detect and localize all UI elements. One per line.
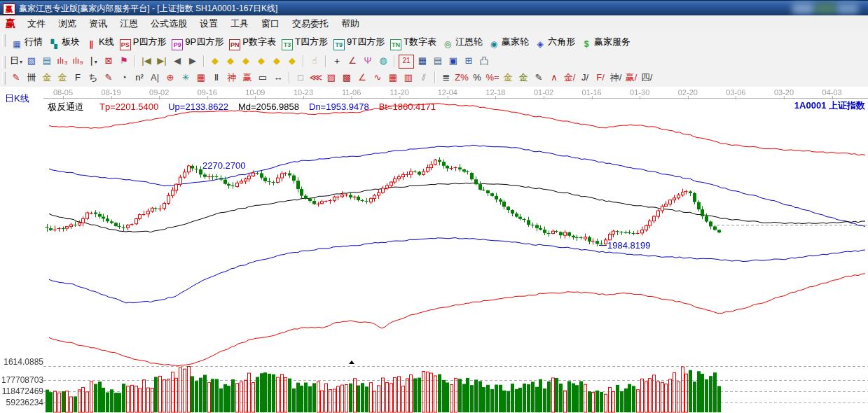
candle-style-dropdown-icon[interactable]: ∣▾ [86, 55, 100, 67]
diamond-scroll-left-icon[interactable]: ◆ [208, 55, 222, 67]
toolbar-button-9p-square[interactable]: P99P四方形 [172, 34, 223, 50]
toolbar-button-sectors[interactable]: ▚板块 [48, 34, 80, 50]
toolbar-button-quotes[interactable]: ▦行情 [11, 34, 43, 50]
toolbar-button-t-number[interactable]: TNT数字表 [390, 34, 436, 50]
toolbar-button-p-number[interactable]: PNP数字表 [229, 34, 276, 50]
calculator-icon[interactable]: ▦ [415, 55, 429, 67]
network-icon[interactable]: ⊞ [462, 55, 476, 67]
last-bar-icon[interactable]: ▶| [155, 55, 169, 67]
wave-a-icon[interactable]: ∧ [547, 71, 561, 84]
pencil-icon[interactable]: ✎ [9, 71, 23, 84]
diamond-zoom-out-icon[interactable]: ◆ [270, 55, 284, 67]
color-flag-icon[interactable]: ⚑ [117, 55, 131, 67]
j-slash-icon[interactable]: J/ [578, 71, 592, 84]
gold-slash-icon[interactable]: 金/ [563, 71, 577, 84]
gold-circle-icon[interactable]: 金 [501, 71, 515, 84]
toolbar-drag-handle[interactable] [2, 72, 6, 85]
menu-item-3[interactable]: 江恩 [113, 15, 144, 31]
width-arrows-icon[interactable]: ↔ [271, 71, 285, 84]
boxed-fan-icon[interactable]: ▨ [324, 71, 338, 84]
candle-pencil-icon[interactable]: ✎ [532, 71, 546, 84]
diamond-zoom-in-icon[interactable]: ◆ [285, 55, 299, 67]
calendar-21-icon[interactable]: 21 [399, 55, 414, 69]
percent-line-icon[interactable]: %= [485, 71, 500, 84]
red-grid-2-icon[interactable]: ▥ [401, 71, 415, 84]
notes-icon[interactable]: ▤ [431, 55, 445, 67]
menu-item-8[interactable]: 交易委托 [286, 15, 335, 31]
percent-icon[interactable]: % [470, 71, 484, 84]
trend-angles-icon[interactable]: ∠ [355, 71, 369, 84]
kline-icon: ∥ [85, 39, 97, 50]
gold-bands-icon[interactable]: 金 [516, 71, 530, 84]
menu-item-0[interactable]: 文件 [21, 15, 52, 31]
toolbar-button-9t-square[interactable]: T99T四方形 [333, 34, 385, 50]
next-bar-icon[interactable]: ▶ [186, 55, 200, 67]
diamond-split-icon[interactable]: ◆ [239, 55, 253, 67]
menu-item-1[interactable]: 浏览 [52, 15, 83, 31]
compass-circle-icon[interactable]: ⊕ [163, 71, 177, 84]
prev-bar-icon[interactable]: ◀ [170, 55, 184, 67]
gold-gann-a-icon[interactable]: 金 [40, 71, 54, 84]
menu-item-6[interactable]: 工具 [224, 15, 255, 31]
toolbar-button-kline[interactable]: ∥K线 [85, 34, 114, 50]
slash-lines-icon[interactable]: ⫽ [417, 71, 431, 84]
mirror-a-icon[interactable]: A| [148, 71, 162, 84]
ruler-123-icon[interactable]: ▭ [256, 71, 270, 84]
bars-9-icon[interactable]: ılı₉ [71, 55, 85, 67]
zigzag-check-icon[interactable]: ∿ [371, 71, 385, 84]
shen-tool-icon[interactable]: 神 [225, 71, 239, 84]
menu-item-2[interactable]: 资讯 [83, 15, 113, 31]
hand-drag-icon[interactable]: ☝ [308, 55, 322, 67]
diamond-merge-icon[interactable]: ◆ [254, 55, 268, 67]
menu-item-4[interactable]: 公式选股 [144, 15, 193, 31]
toolbar-button-winner-wheel[interactable]: ◉赢家轮 [488, 34, 529, 50]
ruler-n2-icon[interactable]: n² [132, 71, 146, 84]
box-select-icon[interactable]: □ [294, 71, 308, 84]
shen-slash-icon[interactable]: 神/ [609, 71, 623, 84]
menu-item-5[interactable]: 设置 [193, 15, 224, 31]
gold-gann-b-icon[interactable]: 金 [55, 71, 69, 84]
toolbar-button-gann-wheel[interactable]: ◎江恩轮 [442, 34, 483, 50]
crosshair-icon[interactable]: ＋ [330, 55, 344, 67]
tally-ruler-icon[interactable]: 卌 [25, 71, 39, 84]
f-slash-icon[interactable]: F/ [593, 71, 607, 84]
toolbar-button-hexagon[interactable]: ◈六角形 [535, 34, 575, 50]
gann-fan-star-icon[interactable]: ✳ [179, 71, 193, 84]
fib-f-icon[interactable]: F [71, 71, 85, 84]
toolbar-button-t-square[interactable]: T3T四方形 [282, 34, 328, 50]
printer-icon[interactable]: 凸 [477, 55, 491, 67]
first-bar-icon[interactable]: |◀ [139, 55, 153, 67]
kline-chart-canvas[interactable] [0, 87, 868, 413]
bars-3-icon[interactable]: ılı₃ [55, 55, 69, 67]
period-dropdown-icon[interactable]: 日▾ [9, 55, 23, 67]
bar-profile-icon[interactable]: ≣ [439, 71, 453, 84]
gann-grid-box-icon[interactable]: ▦ [194, 71, 208, 84]
toolbar-button-winner-service[interactable]: $赢家服务 [581, 34, 631, 50]
gann-tag-icon[interactable]: Ψ [361, 55, 375, 67]
four-slash-icon[interactable]: 四/ [640, 71, 654, 84]
cycle-tool-icon[interactable]: ◍ [376, 55, 390, 67]
ying-tool-icon[interactable]: 赢 [240, 71, 254, 84]
no-overlay-icon[interactable]: ⊠ [102, 55, 116, 67]
info-doc-icon[interactable]: ▤ [40, 55, 54, 67]
toolbar-button-p-square[interactable]: PSP四方形 [120, 34, 167, 50]
window-controls-blurred[interactable] [791, 1, 868, 16]
pencil-angle-icon[interactable]: ✎ [102, 71, 116, 84]
save-icon[interactable]: ▣ [446, 55, 460, 67]
ying-slash-icon[interactable]: 赢/ [624, 71, 638, 84]
spiral-5-icon[interactable]: ち [86, 71, 100, 84]
ray-fan-icon[interactable]: ⋘ [309, 71, 323, 84]
angle-measure-icon[interactable]: ∠ [345, 55, 359, 67]
percent-zone-icon[interactable]: Z% [455, 71, 469, 84]
clock-cycle-icon[interactable]: ◔ [117, 71, 131, 84]
boxed-grid-fan-icon[interactable]: ▩ [340, 71, 354, 84]
sectors-label: 板块 [62, 36, 80, 47]
menu-item-7[interactable]: 窗口 [255, 15, 286, 31]
k-quote-icon[interactable]: Ⅱ [209, 71, 223, 84]
pattern-zone-icon[interactable]: ▧ [25, 55, 39, 67]
diamond-scroll-right-icon[interactable]: ◆ [223, 55, 237, 67]
menu-item-9[interactable]: 帮助 [335, 15, 366, 31]
toolbar-drag-handle[interactable] [2, 34, 6, 47]
red-grid-icon[interactable]: ▦ [386, 71, 400, 84]
toolbar-drag-handle[interactable] [2, 56, 6, 69]
